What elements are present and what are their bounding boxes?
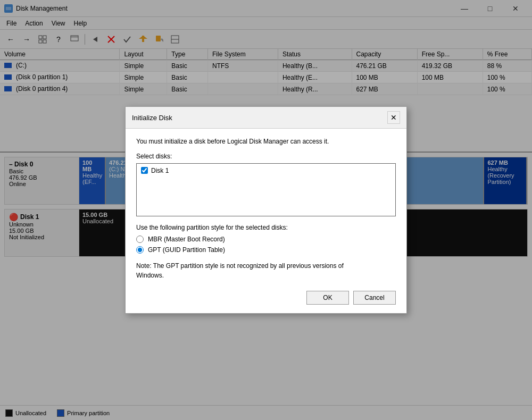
dialog-close-button[interactable]: ✕ <box>387 111 400 124</box>
dialog-select-disks-label: Select disks: <box>136 153 396 160</box>
disk-1-checkbox[interactable] <box>141 167 148 174</box>
ok-button[interactable]: OK <box>306 291 349 305</box>
gpt-radio[interactable] <box>136 246 144 254</box>
mbr-label: MBR (Master Boot Record) <box>148 236 225 243</box>
dialog-title-bar: Initialize Disk ✕ <box>126 107 406 129</box>
mbr-radio[interactable] <box>136 236 144 243</box>
initialize-disk-dialog: Initialize Disk ✕ You must initialize a … <box>125 106 407 314</box>
dialog-buttons: OK Cancel <box>136 289 396 305</box>
gpt-label: GPT (GUID Partition Table) <box>148 246 225 254</box>
dialog-body: You must initialize a disk before Logica… <box>126 129 406 313</box>
dialog-description: You must initialize a disk before Logica… <box>136 137 396 146</box>
gpt-radio-item[interactable]: GPT (GUID Partition Table) <box>136 246 396 254</box>
disk-list-box: Disk 1 <box>136 163 396 216</box>
dialog-note: Note: The GPT partition style is not rec… <box>136 261 396 280</box>
partition-style-label: Use the following partition style for th… <box>136 224 396 231</box>
modal-overlay: Initialize Disk ✕ You must initialize a … <box>0 0 532 420</box>
disk-list-item-1: Disk 1 <box>139 166 393 175</box>
mbr-radio-item[interactable]: MBR (Master Boot Record) <box>136 236 396 243</box>
disk-1-list-label: Disk 1 <box>151 167 169 174</box>
partition-style-radio-group: MBR (Master Boot Record) GPT (GUID Parti… <box>136 236 396 254</box>
cancel-button[interactable]: Cancel <box>353 291 396 305</box>
dialog-title: Initialize Disk <box>132 114 172 122</box>
